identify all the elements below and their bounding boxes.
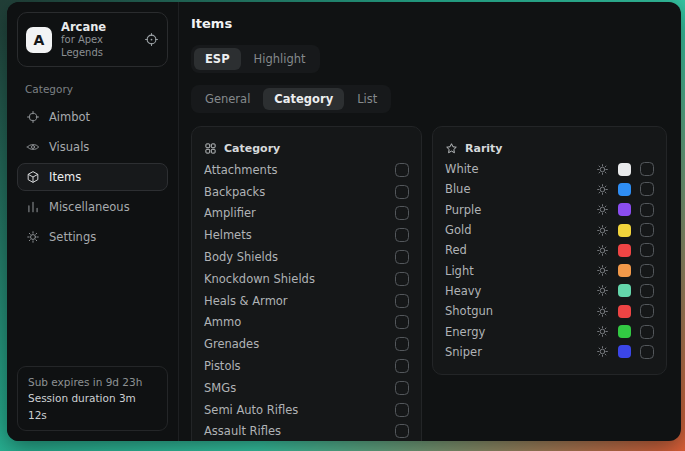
page-title: Items	[191, 16, 667, 31]
list-item[interactable]: Shotgun	[445, 301, 654, 321]
mode-option-highlight[interactable]: Highlight	[243, 48, 317, 70]
checkbox[interactable]	[395, 403, 409, 417]
sidebar-item-label: Aimbot	[49, 110, 90, 124]
gear-icon[interactable]	[596, 305, 609, 318]
list-item[interactable]: Red	[445, 240, 654, 260]
list-item[interactable]: Ammo	[204, 312, 409, 334]
list-item[interactable]: Attachments	[204, 159, 409, 181]
bars-icon	[26, 200, 40, 214]
list-item[interactable]: Amplifier	[204, 203, 409, 225]
checkbox[interactable]	[395, 206, 409, 220]
gear-icon	[26, 230, 40, 244]
main-content: Items ESP Highlight General Category Lis…	[179, 2, 681, 441]
checkbox[interactable]	[640, 284, 654, 298]
sidebar: A Arcane for Apex Legends Category Aimbo…	[7, 2, 179, 441]
color-swatch[interactable]	[618, 264, 631, 277]
checkbox[interactable]	[640, 162, 654, 176]
list-item[interactable]: Purple	[445, 200, 654, 220]
color-swatch[interactable]	[618, 224, 631, 237]
checkbox[interactable]	[395, 163, 409, 177]
checkbox[interactable]	[640, 325, 654, 339]
sidebar-item-label: Settings	[49, 230, 96, 244]
sidebar-nav: Aimbot Visuals Items Miscellaneous	[17, 103, 168, 251]
rarity-list: White Blue Purple	[445, 159, 654, 362]
sidebar-item-label: Items	[49, 170, 81, 184]
list-item[interactable]: Backpacks	[204, 181, 409, 203]
checkbox[interactable]	[395, 294, 409, 308]
list-item[interactable]: Heavy	[445, 281, 654, 301]
checkbox[interactable]	[640, 243, 654, 257]
checkbox[interactable]	[395, 315, 409, 329]
gear-icon[interactable]	[596, 163, 609, 176]
grid-icon	[204, 142, 217, 155]
checkbox[interactable]	[640, 203, 654, 217]
sidebar-item-label: Visuals	[49, 140, 89, 154]
color-swatch[interactable]	[618, 284, 631, 297]
sidebar-section-label: Category	[25, 83, 168, 95]
scope-icon[interactable]	[144, 32, 159, 47]
list-item[interactable]: Blue	[445, 179, 654, 199]
checkbox[interactable]	[640, 304, 654, 318]
star-icon	[445, 142, 458, 155]
tab-general[interactable]: General	[194, 88, 261, 110]
list-item[interactable]: Heals & Armor	[204, 290, 409, 312]
color-swatch[interactable]	[618, 305, 631, 318]
sidebar-item-items[interactable]: Items	[17, 163, 168, 191]
list-item[interactable]: Sniper	[445, 342, 654, 362]
box-icon	[26, 170, 40, 184]
list-item[interactable]: Grenades	[204, 333, 409, 355]
mode-option-esp[interactable]: ESP	[194, 48, 241, 70]
gear-icon[interactable]	[596, 203, 609, 216]
tab-category[interactable]: Category	[263, 88, 344, 110]
checkbox[interactable]	[395, 381, 409, 395]
sidebar-item-miscellaneous[interactable]: Miscellaneous	[17, 193, 168, 221]
checkbox[interactable]	[640, 182, 654, 196]
list-item[interactable]: Body Shields	[204, 246, 409, 268]
rarity-panel: Rarity White Blue Purple	[432, 126, 667, 375]
tab-list[interactable]: List	[346, 88, 388, 110]
list-item[interactable]: Semi Auto Rifles	[204, 399, 409, 421]
gear-icon[interactable]	[596, 284, 609, 297]
list-item[interactable]: Helmets	[204, 224, 409, 246]
gear-icon[interactable]	[596, 325, 609, 338]
color-swatch[interactable]	[618, 244, 631, 257]
color-swatch[interactable]	[618, 163, 631, 176]
checkbox[interactable]	[395, 272, 409, 286]
category-list: Attachments Backpacks Amplifier Helmets …	[204, 159, 409, 441]
subscription-info-card: Sub expires in 9d 23h Session duration 3…	[17, 366, 168, 431]
checkbox[interactable]	[395, 228, 409, 242]
sidebar-item-aimbot[interactable]: Aimbot	[17, 103, 168, 131]
list-item[interactable]: Light	[445, 260, 654, 280]
session-duration-text: Session duration 3m 12s	[28, 390, 157, 423]
checkbox[interactable]	[395, 185, 409, 199]
checkbox[interactable]	[395, 359, 409, 373]
checkbox[interactable]	[395, 424, 409, 438]
list-item[interactable]: Pistols	[204, 355, 409, 377]
checkbox[interactable]	[640, 223, 654, 237]
list-item[interactable]: SMGs	[204, 377, 409, 399]
sidebar-item-settings[interactable]: Settings	[17, 223, 168, 251]
checkbox[interactable]	[395, 250, 409, 264]
list-item[interactable]: Knockdown Shields	[204, 268, 409, 290]
gear-icon[interactable]	[596, 244, 609, 257]
category-panel-title: Category	[224, 142, 280, 155]
color-swatch[interactable]	[618, 203, 631, 216]
list-item[interactable]: Assault Rifles	[204, 421, 409, 441]
gear-icon[interactable]	[596, 345, 609, 358]
gear-icon[interactable]	[596, 183, 609, 196]
eye-icon	[26, 140, 40, 154]
gear-icon[interactable]	[596, 224, 609, 237]
mode-toggle: ESP Highlight	[191, 45, 320, 73]
checkbox[interactable]	[395, 337, 409, 351]
list-item[interactable]: Gold	[445, 220, 654, 240]
checkbox[interactable]	[640, 264, 654, 278]
gear-icon[interactable]	[596, 264, 609, 277]
color-swatch[interactable]	[618, 345, 631, 358]
list-item[interactable]: Energy	[445, 321, 654, 341]
color-swatch[interactable]	[618, 325, 631, 338]
sidebar-item-visuals[interactable]: Visuals	[17, 133, 168, 161]
list-item[interactable]: White	[445, 159, 654, 179]
color-swatch[interactable]	[618, 183, 631, 196]
sub-expires-text: Sub expires in 9d 23h	[28, 374, 157, 390]
checkbox[interactable]	[640, 345, 654, 359]
